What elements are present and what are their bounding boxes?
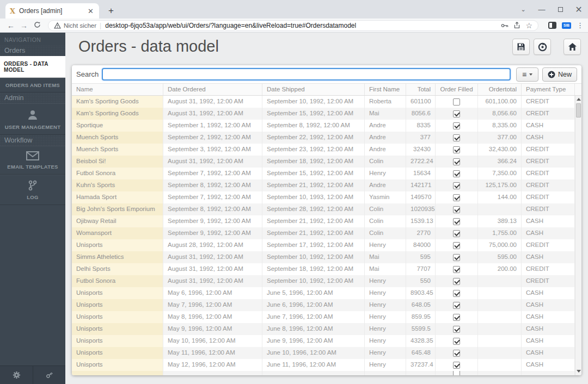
cell-shipped: September 10, 1992, 12:00 AM [262, 275, 365, 287]
password-key-icon[interactable] [501, 22, 509, 29]
forward-button[interactable]: → [17, 21, 30, 30]
table-row[interactable]: Futbol SonoraSeptember 7, 1992, 12:00 AM… [72, 168, 575, 179]
table-row[interactable]: UnisportsMay 7, 1996, 12:00 AMJune 6, 19… [72, 299, 575, 311]
table-row[interactable]: Ojibway RetailSeptember 9, 1992, 12:00 A… [72, 215, 575, 227]
column-header-first-name[interactable]: First Name [365, 84, 406, 95]
order-filled-checkbox[interactable] [453, 182, 460, 189]
table-row[interactable]: UnisportsAugust 28, 1992, 12:00 AMSeptem… [72, 239, 575, 251]
order-filled-checkbox[interactable] [453, 266, 460, 273]
scroll-up-icon[interactable] [575, 97, 581, 102]
sidebar-group-workflow[interactable]: Workflow [0, 135, 65, 146]
sidebar-group-admin[interactable]: Admin [0, 92, 65, 103]
order-filled-checkbox[interactable] [453, 206, 460, 213]
order-filled-checkbox[interactable] [453, 146, 460, 153]
column-header-date-ordered[interactable]: Date Ordered [163, 84, 262, 95]
order-filled-checkbox[interactable] [453, 302, 460, 309]
sidebar-item-orders-and-items[interactable]: ORDERS AND ITEMS [0, 78, 65, 92]
order-filled-checkbox[interactable] [453, 158, 460, 165]
order-filled-checkbox[interactable] [453, 326, 460, 333]
cell-first-name: Yasmin [365, 191, 406, 203]
order-filled-checkbox[interactable] [453, 290, 460, 297]
table-row[interactable]: UnisportsMay 12, 1996, 12:00 AMJune 11, … [72, 359, 575, 371]
table-row[interactable]: Futbol SonoraAugust 31, 1992, 12:00 AMSe… [72, 275, 575, 287]
reload-button[interactable] [30, 21, 44, 30]
table-row[interactable]: Kam's Sporting GoodsAugust 31, 1992, 12:… [72, 108, 575, 120]
table-row[interactable]: Kuhn's SportsSeptember 8, 1992, 12:00 AM… [72, 179, 575, 191]
table-row[interactable] [72, 371, 575, 375]
order-filled-checkbox[interactable] [453, 170, 460, 177]
save-button[interactable] [512, 39, 530, 55]
browser-menu-icon[interactable]: ⋮ [577, 21, 584, 29]
not-secure-warning-icon[interactable] [54, 22, 61, 29]
table-row[interactable]: Beisbol Si!August 31, 1992, 12:00 AMSept… [72, 156, 575, 168]
sidebar-item-email-templates[interactable]: EMAIL TEMPLATES [0, 146, 65, 175]
table-row[interactable]: Muench SportsSeptember 3, 1992, 12:00 AM… [72, 144, 575, 156]
table-row[interactable]: Hamada SportSeptember 7, 1992, 12:00 AMS… [72, 191, 575, 203]
extension-badge[interactable]: SIB [562, 22, 571, 29]
sidebar-item-log[interactable]: LOG [0, 175, 65, 205]
scrollbar-thumb[interactable] [576, 103, 581, 117]
order-filled-checkbox[interactable] [453, 110, 460, 117]
order-filled-checkbox[interactable] [453, 254, 460, 261]
column-header-date-shipped[interactable]: Date Shipped [262, 84, 365, 95]
table-row[interactable]: SportiqueSeptember 1, 1992, 12:00 AMSept… [72, 120, 575, 132]
column-header-ordertotal[interactable]: Ordertotal [478, 84, 522, 95]
table-row[interactable]: UnisportsMay 6, 1996, 12:00 AMJune 5, 19… [72, 287, 575, 299]
cell-name: Beisbol Si! [72, 156, 163, 168]
order-filled-checkbox[interactable] [453, 362, 460, 369]
share-icon[interactable] [513, 22, 520, 29]
history-button[interactable] [534, 39, 551, 55]
new-record-button[interactable]: New [542, 67, 577, 82]
order-filled-checkbox[interactable] [453, 98, 460, 106]
cell-shipped: September 23, 1992, 12:00 AM [262, 144, 365, 156]
table-row[interactable]: WomansportSeptember 9, 1992, 12:00 AMSep… [72, 227, 575, 239]
table-row[interactable]: Muench SportsSeptember 2, 1992, 12:00 AM… [72, 132, 575, 144]
table-row[interactable]: UnisportsMay 9, 1996, 12:00 AMJune 8, 19… [72, 323, 575, 335]
minimize-button[interactable]: — [532, 5, 551, 14]
scroll-down-icon[interactable] [575, 369, 581, 374]
order-filled-checkbox[interactable] [453, 122, 460, 129]
search-input[interactable] [102, 68, 511, 80]
sidebar-item-user-management[interactable]: USER MANAGEMENT [0, 103, 65, 135]
table-row[interactable]: Delhi SportsAugust 31, 1992, 12:00 AMSep… [72, 263, 575, 275]
bookmark-star-icon[interactable]: ☆ [525, 21, 532, 30]
back-button[interactable]: ← [4, 21, 17, 30]
table-row[interactable]: Kam's Sporting GoodsAugust 31, 1992, 12:… [72, 96, 575, 108]
browser-tab[interactable]: X Orders [admin] ✕ [5, 3, 99, 18]
close-button[interactable]: ✕ [569, 4, 588, 15]
order-filled-checkbox[interactable] [453, 278, 460, 285]
column-header-total[interactable]: Total [406, 84, 436, 95]
order-filled-checkbox[interactable] [453, 218, 460, 225]
sidebar-item-orders-data-model[interactable]: ORDERS - DATA MODEL [0, 56, 65, 78]
table-row[interactable]: Big John's Sports EmporiumSeptember 8, 1… [72, 203, 575, 215]
table-row[interactable]: UnisportsMay 11, 1996, 12:00 AMJune 10, … [72, 347, 575, 359]
tab-close-icon[interactable]: ✕ [87, 7, 95, 15]
order-filled-checkbox[interactable] [453, 194, 460, 201]
cell-filled [436, 287, 478, 299]
table-row[interactable]: UnisportsMay 10, 1996, 12:00 AMJune 9, 1… [72, 335, 575, 347]
order-filled-checkbox[interactable] [453, 242, 460, 249]
table-row[interactable]: UnisportsMay 8, 1996, 12:00 AMJune 7, 19… [72, 311, 575, 323]
column-header-payment-type[interactable]: Payment Type [522, 84, 575, 95]
order-filled-checkbox[interactable] [453, 338, 460, 345]
grid-scrollbar[interactable] [575, 96, 581, 375]
address-bar[interactable]: Nicht sicher | desktop-6jqo53a/app/web/u… [48, 20, 538, 31]
new-tab-button[interactable]: + [105, 5, 118, 17]
maximize-button[interactable] [551, 5, 569, 14]
column-header-order-filled[interactable]: Order Filled [436, 84, 478, 95]
order-filled-checkbox[interactable] [453, 230, 460, 237]
home-button[interactable] [564, 39, 581, 55]
order-filled-checkbox[interactable] [453, 314, 460, 321]
new-button-label: New [558, 71, 572, 78]
order-filled-checkbox[interactable] [453, 371, 460, 375]
grid-menu-button[interactable]: ≡ [516, 67, 538, 82]
sidebar-group-orders[interactable]: Orders [0, 45, 65, 56]
key-button[interactable] [33, 366, 65, 384]
order-filled-checkbox[interactable] [453, 134, 460, 141]
table-row[interactable]: Simms AtheleticsAugust 31, 1992, 12:00 A… [72, 251, 575, 263]
order-filled-checkbox[interactable] [453, 350, 460, 357]
column-header-name[interactable]: Name [72, 84, 163, 95]
window-chevron-icon[interactable]: ⌄ [514, 6, 532, 13]
side-panel-icon[interactable] [548, 22, 556, 29]
settings-button[interactable] [0, 366, 33, 384]
